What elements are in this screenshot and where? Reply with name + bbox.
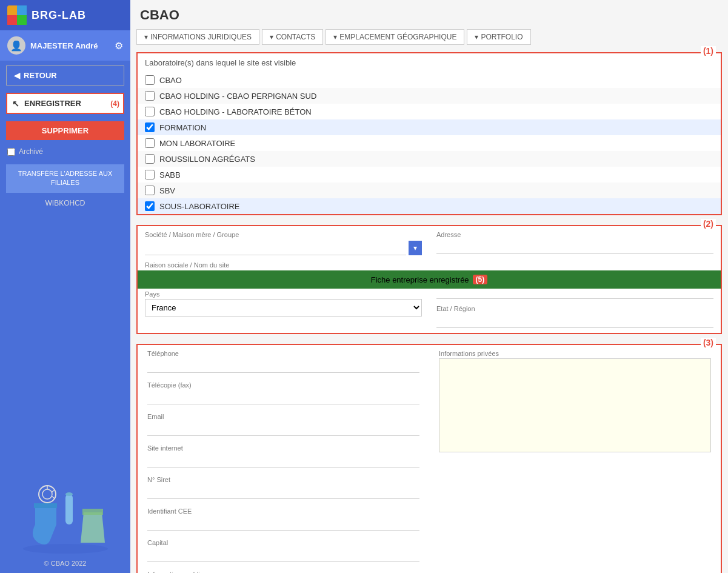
archive-checkbox[interactable] [7, 148, 15, 156]
lab-name-2: CBAO HOLDING - LABORATOIRE BÉTON [159, 107, 312, 116]
site-input[interactable] [147, 453, 419, 467]
infopriv-textarea[interactable] [439, 358, 711, 452]
infopub-label: Informations publiques [147, 571, 419, 573]
chevron-down-icon-1: ▾ [270, 33, 273, 41]
svg-point-8 [65, 492, 73, 496]
cursor-icon: ↖ [12, 99, 19, 109]
societe-dropdown-row: ▾ [145, 241, 422, 255]
section-2: (2) Société / Maison mère / Groupe ▾ Rai… [136, 225, 722, 334]
tab-emplacement[interactable]: ▾ EMPLACEMENT GÉOGRAPHIQUE [326, 29, 464, 45]
arrow-left-icon: ◀ [14, 71, 20, 80]
lab-checkbox-8[interactable] [145, 201, 155, 211]
lab-name-8: SOUS-LABORATOIRE [159, 202, 239, 211]
enregistrer-button[interactable]: ↖ ENREGISTRER (4) [6, 93, 124, 114]
archive-checkbox-row: Archivé [7, 147, 123, 156]
etat-field: Etat / Région [436, 305, 713, 328]
pays-select[interactable]: France [145, 299, 422, 317]
section-2-number: (2) [701, 219, 716, 229]
tab-label-1: CONTACTS [276, 33, 315, 41]
logo-icon [7, 5, 27, 25]
etat-input[interactable] [436, 313, 713, 328]
siret-label: N° Siret [147, 476, 419, 483]
list-item: SABB [138, 167, 721, 183]
raison-label: Raison sociale / Nom du site [145, 261, 422, 269]
lab-name-3: FORMATION [159, 123, 206, 132]
app-logo-text: BRG-LAB [32, 9, 86, 22]
lab-checkbox-3[interactable] [145, 122, 155, 132]
lab-checkbox-5[interactable] [145, 154, 155, 164]
fax-label: Télécopie (fax) [147, 381, 419, 389]
lab-name-7: SBV [159, 186, 175, 195]
site-label: Site internet [147, 444, 419, 452]
toast-container: Fiche entreprise enregistrée (5) [138, 270, 721, 289]
retour-button[interactable]: ◀ RETOUR [6, 65, 124, 85]
main-content: CBAO ▾ INFORMATIONS JURIDIQUES ▾ CONTACT… [130, 0, 728, 573]
svg-rect-7 [65, 494, 73, 524]
lab-name-1: CBAO HOLDING - CBAO PERPIGNAN SUD [159, 92, 316, 101]
chevron-down-icon: ▾ [144, 33, 148, 41]
tab-contacts[interactable]: ▾ CONTACTS [262, 29, 323, 45]
transfert-button[interactable]: TRANSFÈRE L'ADRESSE AUX FILIALES [6, 164, 124, 193]
svg-line-14 [52, 496, 55, 498]
avatar: 👤 [7, 36, 25, 55]
sidebar-copyright: © CBAO 2022 [44, 560, 87, 567]
cee-input[interactable] [147, 516, 419, 531]
lab-checkbox-4[interactable] [145, 138, 155, 148]
gear-icon[interactable]: ⚙ [115, 40, 123, 52]
transfert-label: TRANSFÈRE L'ADRESSE AUX FILIALES [18, 170, 113, 186]
infopub-field: Informations publiques [147, 571, 419, 573]
tel-label: Téléphone [147, 350, 419, 357]
tab-label-0: INFORMATIONS JURIDIQUES [150, 33, 252, 41]
siret-field: N° Siret [147, 476, 419, 499]
sidebar-illustration [17, 482, 114, 555]
chevron-down-icon-2: ▾ [333, 33, 337, 41]
lab-checkbox-7[interactable] [145, 186, 155, 195]
labs-header: Laboratoire(s) dans lequel le site est v… [138, 53, 721, 72]
section-3: (3) Téléphone Télécopie (fax) Email Site… [136, 344, 722, 573]
tel-field: Téléphone [147, 350, 419, 373]
page-title: CBAO [140, 7, 718, 23]
lab-name-0: CBAO [159, 76, 182, 85]
capital-field: Capital [147, 539, 419, 562]
list-item: CBAO HOLDING - CBAO PERPIGNAN SUD [138, 88, 721, 104]
adresse-label: Adresse [436, 231, 713, 238]
lab-checkbox-6[interactable] [145, 170, 155, 179]
lab-checkbox-2[interactable] [145, 107, 155, 116]
svg-rect-6 [34, 503, 57, 508]
societe-input[interactable] [145, 241, 406, 255]
svg-rect-4 [17, 15, 27, 25]
page-header: CBAO [130, 0, 728, 27]
contact-left: Téléphone Télécopie (fax) Email Site int… [138, 345, 429, 573]
lab-checkbox-0[interactable] [145, 75, 155, 85]
list-item: CBAO HOLDING - LABORATOIRE BÉTON [138, 104, 721, 119]
adresse-input[interactable] [436, 240, 713, 254]
tel-input[interactable] [147, 358, 419, 373]
labs-list: CBAO CBAO HOLDING - CBAO PERPIGNAN SUD C… [138, 72, 721, 214]
supprimer-button[interactable]: SUPPRIMER [6, 121, 124, 140]
etat-label: Etat / Région [436, 305, 713, 312]
infopriv-field: Informations privées [439, 350, 711, 454]
tab-label-3: PORTFOLIO [481, 33, 523, 41]
list-item: SOUS-LABORATOIRE [138, 198, 721, 214]
email-input[interactable] [147, 421, 419, 436]
chevron-down-icon-3: ▾ [475, 33, 478, 41]
lab-checkbox-1[interactable] [145, 91, 155, 101]
archive-label: Archivé [19, 147, 43, 156]
societe-dropdown-btn[interactable]: ▾ [409, 241, 422, 255]
tab-portfolio[interactable]: ▾ PORTFOLIO [467, 29, 530, 45]
section-1-number: (1) [701, 46, 716, 56]
pays-field: Pays France [145, 290, 422, 317]
fax-input[interactable] [147, 390, 419, 404]
cee-field: Identifiant CEE [147, 508, 419, 531]
contact-right: Informations privées [429, 345, 721, 573]
capital-input[interactable] [147, 548, 419, 562]
tab-informations-juridiques[interactable]: ▾ INFORMATIONS JURIDIQUES [136, 29, 259, 45]
list-item: ROUSSILLON AGRÉGATS [138, 151, 721, 167]
user-name: MAJESTER André [30, 41, 110, 50]
svg-rect-2 [17, 5, 27, 15]
toast-badge: (5) [473, 275, 488, 284]
lab-name-4: MON LABORATOIRE [159, 139, 235, 148]
toast-notification: Fiche entreprise enregistrée (5) [138, 270, 721, 289]
sidebar: BRG-LAB 👤 MAJESTER André ⚙ ◀ RETOUR ↖ EN… [0, 0, 130, 573]
siret-input[interactable] [147, 484, 419, 499]
